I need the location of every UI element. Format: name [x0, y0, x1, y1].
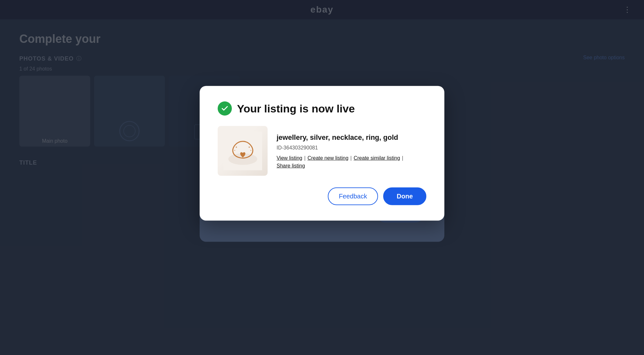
listing-title: jewellery, silver, necklace, ring, gold	[277, 133, 426, 142]
separator-2: |	[350, 155, 352, 161]
listing-links: View listing | Create new listing | Crea…	[277, 155, 426, 169]
overlay: ✓ Utilise improved listing-option groupi…	[0, 0, 644, 355]
listing-live-modal: Your listing is now live	[200, 86, 444, 221]
svg-point-8	[234, 150, 235, 151]
svg-point-6	[236, 146, 237, 148]
share-listing-link[interactable]: Share listing	[277, 163, 305, 169]
listing-id: ID-364303290081	[277, 145, 426, 151]
listing-info: jewellery, silver, necklace, ring, gold …	[277, 126, 426, 176]
modal-actions: Feedback Done	[218, 187, 426, 205]
modal-title-row: Your listing is now live	[218, 101, 426, 116]
modal-title: Your listing is now live	[237, 102, 355, 115]
separator-1: |	[304, 155, 306, 161]
svg-point-9	[250, 150, 251, 151]
listing-thumbnail	[218, 126, 268, 176]
create-new-listing-link[interactable]: Create new listing	[308, 155, 348, 161]
create-similar-listing-link[interactable]: Create similar listing	[354, 155, 400, 161]
jewelry-image	[218, 126, 268, 176]
svg-point-7	[249, 146, 250, 148]
success-icon	[218, 101, 232, 116]
view-listing-link[interactable]: View listing	[277, 155, 302, 161]
done-button[interactable]: Done	[383, 187, 426, 205]
separator-3: |	[402, 155, 403, 161]
feedback-button[interactable]: Feedback	[328, 187, 378, 205]
listing-card: jewellery, silver, necklace, ring, gold …	[218, 126, 426, 176]
